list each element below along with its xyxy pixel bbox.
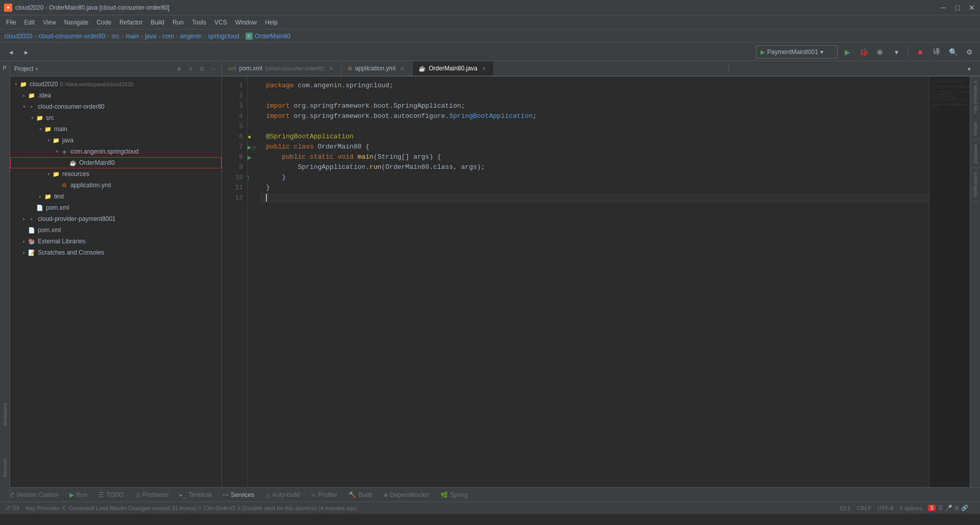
- status-lang-icon[interactable]: 英: [938, 504, 943, 512]
- debug-gutter-7[interactable]: ▷: [253, 144, 257, 150]
- locate-file-button[interactable]: ⊕: [175, 64, 184, 73]
- bottom-tab-run[interactable]: ▶ Run: [64, 489, 92, 501]
- status-encoding[interactable]: UTF-8: [877, 505, 893, 511]
- tree-application-yml[interactable]: ▸ ⚙ application.yml: [10, 180, 222, 191]
- tree-external-libs[interactable]: ▸ 📚 External Libraries: [10, 236, 222, 247]
- key-promoter-tab[interactable]: Key Promoter X: [972, 77, 979, 117]
- run-with-coverage-button[interactable]: ⊕: [873, 45, 887, 59]
- tree-root[interactable]: ▾ 📁 cloud2020 E:/idea-workspace/cloud202…: [10, 79, 222, 90]
- tree-resources[interactable]: ▾ 📁 resources: [10, 168, 222, 180]
- toolbar-back-button[interactable]: ◂: [4, 45, 17, 59]
- breadcrumb-java[interactable]: java: [145, 33, 156, 40]
- tree-ordermain80[interactable]: ▸ ☕ OrderMain80: [10, 157, 222, 168]
- bottom-tab-auto-build[interactable]: △ Auto-build: [260, 489, 305, 501]
- menu-tools[interactable]: Tools: [188, 17, 210, 28]
- database-tab[interactable]: Database: [972, 140, 979, 168]
- stop-button[interactable]: ■: [914, 45, 927, 59]
- tab-application-yml[interactable]: ⚙ application.yml ✕: [341, 61, 412, 76]
- status-share-icon[interactable]: 🔗: [961, 505, 968, 511]
- debug-button[interactable]: 🐞: [857, 45, 870, 59]
- yml-tab-close[interactable]: ✕: [399, 65, 406, 72]
- hide-panel-button[interactable]: ─: [208, 64, 217, 73]
- status-sougou-icon[interactable]: S: [928, 505, 936, 511]
- bottom-tab-terminal[interactable]: ▸_ Terminal: [175, 489, 216, 501]
- menu-vcs[interactable]: VCS: [210, 17, 231, 28]
- tree-scratches[interactable]: ▸ 📝 Scratches and Consoles: [10, 247, 222, 258]
- translate-button[interactable]: 译: [930, 45, 943, 59]
- notifications-tab[interactable]: Notifications: [972, 168, 979, 202]
- status-git[interactable]: ⎇ Git: [4, 505, 19, 511]
- bottom-tab-version-control[interactable]: ⎇ Version Control: [2, 489, 63, 501]
- code-editor[interactable]: package com.angenin.springcloud; import …: [260, 77, 929, 487]
- tree-package[interactable]: ▾ ◈ com.angenin.springcloud: [10, 146, 222, 157]
- bottom-tab-build[interactable]: 🔨 Build: [344, 489, 377, 501]
- editor-content[interactable]: 1 2 3 4 5 6 7 8 9 10 11 12: [222, 77, 980, 487]
- breadcrumb-angenin[interactable]: angenin: [180, 33, 202, 40]
- search-button[interactable]: 🔍: [946, 45, 960, 59]
- tab-more-button[interactable]: ⋮: [722, 61, 735, 76]
- pom-tab-close[interactable]: ✕: [328, 65, 335, 72]
- breadcrumb-src[interactable]: src: [111, 33, 119, 40]
- breadcrumb-springcloud[interactable]: springcloud: [208, 33, 239, 40]
- toolbar-forward-button[interactable]: ▸: [19, 45, 33, 59]
- gutter-5: [248, 121, 260, 132]
- status-arrow-icon[interactable]: →: [970, 505, 976, 511]
- tree-pom-consumer[interactable]: ▸ 📄 pom.xml: [10, 202, 222, 213]
- breadcrumb-cloud2020[interactable]: cloud2020: [4, 33, 32, 40]
- structure-tab[interactable]: Structure: [3, 459, 8, 478]
- bottom-tab-services[interactable]: ⋯ Services: [217, 489, 259, 501]
- panel-settings-button[interactable]: ⚙: [197, 64, 206, 73]
- tree-main[interactable]: ▾ 📁 main: [10, 123, 222, 135]
- breadcrumb-ordermain80[interactable]: OrderMain80: [255, 33, 290, 40]
- tree-module-consumer[interactable]: ▾ ▪ cloud-consumer-order80: [10, 101, 222, 112]
- maximize-button[interactable]: □: [953, 4, 962, 12]
- tab-pom-xml[interactable]: xml pom.xml (cloud-consumer-order80) ✕: [222, 61, 341, 76]
- bookmarks-tab[interactable]: Bookmarks: [3, 403, 8, 426]
- recent-files-button[interactable]: ▾: [963, 62, 976, 76]
- tree-idea[interactable]: ▸ 📁 .idea: [10, 90, 222, 101]
- menu-view[interactable]: View: [39, 17, 60, 28]
- menu-refactor[interactable]: Refactor: [115, 17, 146, 28]
- panel-dropdown-icon[interactable]: ▾: [35, 65, 38, 72]
- run-button[interactable]: ▶: [841, 45, 854, 59]
- collapse-all-button[interactable]: ≡: [186, 64, 195, 73]
- status-mic-icon[interactable]: 🎤: [945, 505, 952, 511]
- menu-help[interactable]: Help: [261, 17, 282, 28]
- tab-ordermain80[interactable]: ☕ OrderMain80.java ✕: [412, 61, 494, 76]
- tree-java-folder[interactable]: ▾ 📁 java: [10, 135, 222, 146]
- run-config-dropdown[interactable]: ▶ PaymentMain8001 ▾: [756, 45, 838, 59]
- breadcrumb-com[interactable]: com: [162, 33, 174, 40]
- menu-window[interactable]: Window: [231, 17, 261, 28]
- status-position[interactable]: 12:1: [840, 505, 850, 511]
- bottom-tab-spring[interactable]: 🌿 Spring: [435, 489, 473, 501]
- minimize-button[interactable]: ─: [939, 4, 947, 12]
- bottom-tab-todo[interactable]: ☰ TODO: [93, 489, 129, 501]
- tree-module-payment[interactable]: ▸ ▪ cloud-provider-payment8001: [10, 213, 222, 224]
- bottom-tab-profiler[interactable]: ∿ Profiler: [306, 489, 342, 501]
- breadcrumb-module[interactable]: cloud-consumer-order80: [38, 33, 105, 40]
- bottom-tab-dependencies[interactable]: ◈ Dependencies: [378, 489, 434, 501]
- menu-run[interactable]: Run: [168, 17, 188, 28]
- settings-button[interactable]: ⚙: [963, 45, 976, 59]
- menu-build[interactable]: Build: [146, 17, 168, 28]
- menu-navigate[interactable]: Navigate: [60, 17, 92, 28]
- tree-test[interactable]: ▸ 📁 test: [10, 191, 222, 202]
- project-tab-icon[interactable]: P: [1, 63, 10, 72]
- status-indent[interactable]: 4 spaces: [899, 505, 922, 511]
- tree-src[interactable]: ▾ 📁 src: [10, 112, 222, 123]
- run-gutter-8[interactable]: ▶: [248, 155, 252, 160]
- tree-root-pom[interactable]: ▸ 📄 pom.xml: [10, 224, 222, 236]
- menu-file[interactable]: File: [2, 17, 20, 28]
- ordermain-tab-close[interactable]: ✕: [480, 65, 487, 72]
- status-crlf[interactable]: CRLF: [856, 505, 871, 511]
- menu-code[interactable]: Code: [92, 17, 115, 28]
- status-grid-icon[interactable]: ⊞: [954, 505, 959, 511]
- bottom-tab-problems[interactable]: ⚠ Problems: [130, 489, 174, 501]
- window-controls[interactable]: ─ □ ✕: [939, 4, 976, 12]
- breadcrumb-main[interactable]: main: [126, 33, 139, 40]
- menu-edit[interactable]: Edit: [20, 17, 39, 28]
- more-run-button[interactable]: ▾: [890, 45, 903, 59]
- maven-tab[interactable]: Maven: [972, 117, 979, 140]
- close-button[interactable]: ✕: [968, 4, 976, 12]
- run-gutter-7[interactable]: ▶: [248, 144, 252, 150]
